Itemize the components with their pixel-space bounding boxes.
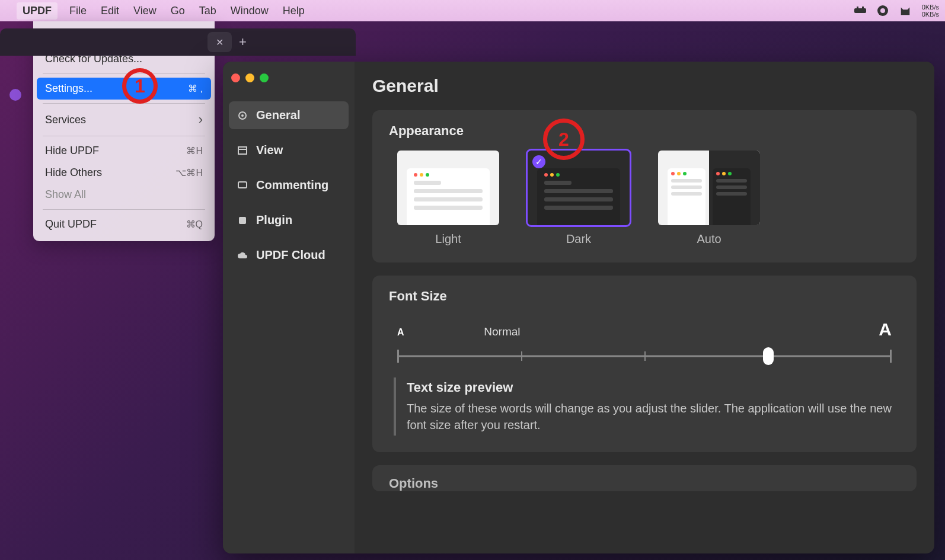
sidebar-commenting-label: Commenting <box>256 178 328 192</box>
sidebar-item-commenting[interactable]: Commenting <box>229 171 349 199</box>
slider-knob[interactable] <box>763 347 774 365</box>
sidebar-cloud-label: UPDF Cloud <box>256 248 325 262</box>
cloud-icon <box>237 250 248 261</box>
check-icon: ✓ <box>532 155 545 168</box>
comment-icon <box>237 180 248 191</box>
sidebar-item-general[interactable]: General <box>229 101 349 129</box>
annotation-callout-2: 2 <box>543 119 585 160</box>
font-size-heading: Font Size <box>389 289 900 304</box>
theme-option-dark[interactable]: ✓ Dark <box>528 151 630 246</box>
svg-rect-2 <box>862 7 864 8</box>
gear-icon <box>237 110 248 121</box>
theme-dark-label: Dark <box>566 232 591 246</box>
menu-help[interactable]: Help <box>283 5 305 17</box>
rail-dot-2[interactable] <box>9 89 21 101</box>
preview-description: The size of these words will change as y… <box>407 400 895 433</box>
settings-content: General Appearance Light ✓ Dark <box>355 62 934 553</box>
net-down: 0KB/s <box>922 11 939 18</box>
window-controls <box>231 73 346 82</box>
font-big-label: A <box>879 319 892 340</box>
menu-separator <box>43 103 205 104</box>
tab-close-icon[interactable]: ✕ <box>216 37 224 48</box>
options-heading: Options <box>389 476 900 491</box>
menu-hide-others-label: Hide Others <box>45 167 102 179</box>
appearance-card: Appearance Light ✓ Dark <box>372 110 917 263</box>
minimize-window-button[interactable] <box>245 73 254 82</box>
font-size-slider[interactable] <box>397 349 892 363</box>
layout-icon <box>237 145 248 156</box>
menu-hide-others-shortcut: ⌥⌘H <box>175 167 203 178</box>
menu-hide-label: Hide UPDF <box>45 145 99 157</box>
tray-icon-1[interactable] <box>854 5 866 17</box>
menu-hide[interactable]: Hide UPDF ⌘H <box>37 140 211 162</box>
menu-show-all-label: Show All <box>45 188 86 201</box>
menu-file[interactable]: File <box>69 5 87 17</box>
background-window-tabbar: ✕ + <box>0 28 356 56</box>
zoom-window-button[interactable] <box>260 73 269 82</box>
cat-icon[interactable] <box>899 5 911 17</box>
theme-light-thumb <box>397 151 499 225</box>
theme-dark-thumb: ✓ <box>528 151 630 225</box>
font-size-labels: A Normal A <box>389 316 900 345</box>
slider-tick <box>890 350 892 363</box>
app-menu[interactable]: UPDF <box>17 2 58 20</box>
menu-tab[interactable]: Tab <box>199 5 216 17</box>
menu-separator <box>43 73 205 74</box>
menu-services[interactable]: Services <box>37 107 211 132</box>
slider-tick <box>521 351 522 361</box>
theme-auto-label: Auto <box>697 232 721 246</box>
callout-2-label: 2 <box>558 129 569 151</box>
svg-rect-1 <box>857 7 858 8</box>
svg-point-4 <box>880 8 885 13</box>
menu-view[interactable]: View <box>133 5 157 17</box>
options-card: Options <box>372 465 917 491</box>
net-up: 0KB/s <box>922 4 939 11</box>
chevron-right-icon <box>199 112 203 127</box>
font-small-label: A <box>397 327 404 338</box>
document-tab[interactable]: ✕ <box>207 32 232 52</box>
font-normal-label: Normal <box>484 325 520 338</box>
theme-light-label: Light <box>435 232 461 246</box>
sidebar-item-plugin[interactable]: Plugin <box>229 206 349 234</box>
menu-separator <box>43 209 205 210</box>
close-window-button[interactable] <box>231 73 240 82</box>
annotation-callout-1: 1 <box>122 68 158 104</box>
menu-settings-shortcut: ⌘ , <box>188 83 203 94</box>
font-preview: Text size preview The size of these word… <box>394 377 895 436</box>
page-title: General <box>372 76 917 96</box>
menu-go[interactable]: Go <box>171 5 185 17</box>
sidebar-view-label: View <box>256 143 283 157</box>
theme-option-light[interactable]: Light <box>397 151 499 246</box>
sidebar-item-view[interactable]: View <box>229 136 349 164</box>
menu-quit-label: Quit UPDF <box>45 218 97 231</box>
svg-rect-10 <box>239 217 246 224</box>
menu-quit[interactable]: Quit UPDF ⌘Q <box>37 213 211 235</box>
appearance-heading: Appearance <box>389 123 900 139</box>
sidebar-item-cloud[interactable]: UPDF Cloud <box>229 241 349 269</box>
new-tab-button[interactable]: + <box>239 34 247 50</box>
menu-hide-shortcut: ⌘H <box>186 145 203 156</box>
theme-auto-thumb <box>658 151 760 225</box>
menu-quit-shortcut: ⌘Q <box>186 219 203 230</box>
plugin-icon <box>237 215 248 226</box>
menu-separator <box>43 136 205 136</box>
svg-rect-0 <box>854 8 866 13</box>
svg-point-6 <box>241 114 244 117</box>
menu-settings-label: Settings... <box>45 82 92 95</box>
menu-services-label: Services <box>45 114 86 126</box>
slider-tick <box>397 350 399 363</box>
theme-option-auto[interactable]: Auto <box>658 151 760 246</box>
callout-1-label: 1 <box>135 75 145 97</box>
menu-edit[interactable]: Edit <box>101 5 119 17</box>
slider-tick <box>644 351 646 361</box>
font-size-card: Font Size A Normal A Text size preview T… <box>372 276 917 452</box>
macos-menubar: UPDF File Edit View Go Tab Window Help 0… <box>0 0 945 21</box>
menu-hide-others[interactable]: Hide Others ⌥⌘H <box>37 162 211 184</box>
preview-title: Text size preview <box>407 380 895 395</box>
settings-sidebar: General View Commenting Plugin UPDF Clou… <box>223 62 355 553</box>
network-stats: 0KB/s 0KB/s <box>922 4 939 18</box>
record-icon[interactable] <box>877 5 889 17</box>
menu-window[interactable]: Window <box>231 5 269 17</box>
svg-rect-9 <box>238 182 247 188</box>
menu-show-all: Show All <box>37 184 211 206</box>
